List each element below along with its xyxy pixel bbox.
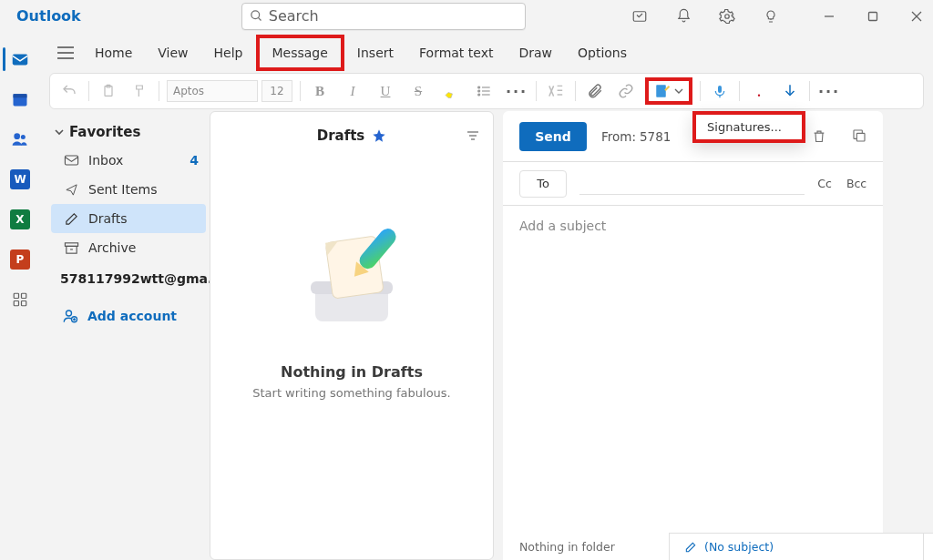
popout-button[interactable] <box>852 128 866 144</box>
svg-rect-13 <box>14 293 18 298</box>
send-button[interactable]: Send <box>519 122 587 151</box>
rail-word[interactable]: W <box>8 168 32 191</box>
dictate-button[interactable] <box>708 79 732 103</box>
archive-icon <box>64 241 79 255</box>
app-brand: Outlook <box>16 7 81 25</box>
attach-button[interactable] <box>583 79 607 103</box>
svg-point-24 <box>478 90 480 92</box>
tips-icon[interactable] <box>762 7 780 25</box>
undo-button[interactable] <box>57 79 81 103</box>
svg-rect-10 <box>14 94 27 97</box>
mlist-title: Drafts <box>317 127 365 144</box>
italic-button[interactable]: I <box>341 79 364 103</box>
to-input[interactable] <box>579 173 805 195</box>
nav-drafts[interactable]: Drafts <box>51 204 206 233</box>
nav-account[interactable]: 578117992wtt@gma... <box>51 262 206 295</box>
empty-drafts-illustration <box>292 221 411 340</box>
ribbon-tabs: Home View Help Message Insert Format tex… <box>40 35 933 71</box>
svg-rect-29 <box>718 86 722 93</box>
tab-help[interactable]: Help <box>201 35 256 71</box>
message-list: Drafts <box>210 111 494 560</box>
status-folder: Nothing in folder <box>505 533 669 560</box>
more-ribbon-button[interactable]: ··· <box>817 79 841 103</box>
svg-point-11 <box>14 133 20 139</box>
subject-input[interactable]: Add a subject <box>503 206 883 246</box>
strike-button[interactable]: S <box>406 79 430 103</box>
minimize-button[interactable] <box>820 7 838 25</box>
ribbon: B I U S ··· ··· <box>49 73 924 109</box>
tab-format-text[interactable]: Format text <box>406 35 506 71</box>
compose-pane: Send From: 5781 com To Cc Bcc <box>503 111 883 560</box>
rail-more-apps[interactable] <box>8 288 32 311</box>
title-bar: Outlook Search <box>0 0 933 32</box>
tab-view[interactable]: View <box>145 35 200 71</box>
signature-button[interactable] <box>645 77 692 105</box>
maximize-button[interactable] <box>864 7 882 25</box>
tab-message[interactable]: Message <box>256 35 344 71</box>
discard-button[interactable] <box>812 128 826 144</box>
rail-excel[interactable]: X <box>8 208 32 231</box>
rail-people[interactable] <box>8 127 32 151</box>
inbox-icon <box>64 154 79 167</box>
styles-button[interactable] <box>544 79 568 103</box>
svg-rect-28 <box>656 85 666 97</box>
importance-button[interactable] <box>747 79 771 103</box>
rail-active-indicator <box>3 47 5 71</box>
highlight-button[interactable] <box>439 79 463 103</box>
sent-icon <box>64 183 79 197</box>
paste-button[interactable] <box>97 79 120 103</box>
folder-nav: Favorites Inbox 4 Sent Items Drafts Arch… <box>40 111 210 560</box>
tab-draw[interactable]: Draw <box>506 35 565 71</box>
status-draft-tab[interactable]: (No subject) <box>669 533 924 560</box>
svg-point-37 <box>67 311 72 316</box>
rail-calendar[interactable] <box>8 87 32 111</box>
format-painter-button[interactable] <box>128 79 151 103</box>
font-name-select[interactable] <box>167 80 258 102</box>
nav-sent[interactable]: Sent Items <box>51 175 206 204</box>
svg-rect-14 <box>22 293 26 298</box>
compose-body[interactable] <box>503 246 883 560</box>
tab-home[interactable]: Home <box>82 35 145 71</box>
add-account-button[interactable]: Add account <box>51 295 206 324</box>
hamburger-button[interactable] <box>49 46 82 59</box>
gear-icon[interactable] <box>718 7 736 25</box>
bold-button[interactable]: B <box>308 79 332 103</box>
font-size-select[interactable] <box>261 80 292 102</box>
bcc-button[interactable]: Bcc <box>846 177 866 190</box>
to-button[interactable]: To <box>519 170 567 198</box>
title-actions <box>631 7 926 25</box>
filter-button[interactable] <box>466 129 480 142</box>
nav-inbox[interactable]: Inbox 4 <box>51 146 206 175</box>
svg-rect-49 <box>857 133 866 141</box>
tab-insert[interactable]: Insert <box>344 35 406 71</box>
search-input[interactable]: Search <box>241 3 526 30</box>
star-icon[interactable] <box>372 128 386 143</box>
meet-now-icon[interactable] <box>631 7 649 25</box>
status-bar: Nothing in folder (No subject) <box>505 533 933 560</box>
bullets-button[interactable] <box>472 79 496 103</box>
empty-sub: Start writing something fabulous. <box>252 386 451 400</box>
favorites-header[interactable]: Favorites <box>51 118 206 146</box>
svg-line-1 <box>258 17 261 20</box>
low-importance-button[interactable] <box>778 79 802 103</box>
search-icon <box>250 9 263 23</box>
link-button[interactable] <box>614 79 638 103</box>
search-placeholder: Search <box>269 7 319 25</box>
svg-rect-15 <box>14 301 18 306</box>
chevron-down-icon <box>55 127 64 137</box>
workspace: Home View Help Message Insert Format tex… <box>40 35 933 560</box>
cc-button[interactable]: Cc <box>817 177 832 190</box>
bell-icon[interactable] <box>674 7 692 25</box>
tab-options[interactable]: Options <box>565 35 640 71</box>
add-account-icon <box>62 308 78 324</box>
signatures-menu-item[interactable]: Signatures... <box>692 111 805 143</box>
underline-button[interactable]: U <box>374 79 397 103</box>
rail-powerpoint[interactable]: P <box>8 248 32 271</box>
nav-archive[interactable]: Archive <box>51 233 206 262</box>
status-close-button[interactable] <box>924 533 933 560</box>
more-format-button[interactable]: ··· <box>505 79 528 103</box>
rail-mail[interactable] <box>8 47 32 71</box>
close-button[interactable] <box>907 7 926 25</box>
svg-point-26 <box>478 94 480 96</box>
to-row: To Cc Bcc <box>503 162 883 206</box>
